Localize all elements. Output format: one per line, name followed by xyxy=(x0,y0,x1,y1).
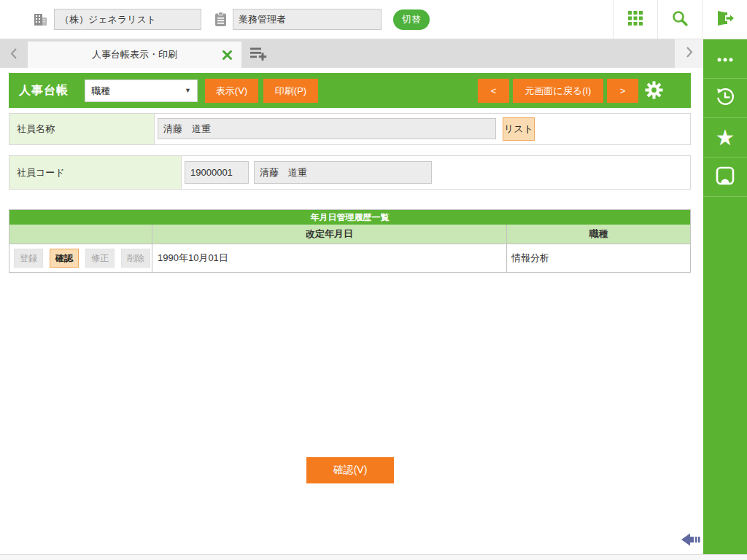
prev-record-button[interactable]: < xyxy=(478,79,509,103)
tab-scroll-left-icon[interactable] xyxy=(9,47,18,63)
back-to-screen-button[interactable]: 元画面に戻る(I) xyxy=(513,79,603,103)
manual-button[interactable] xyxy=(703,158,747,197)
list-button[interactable]: リスト xyxy=(503,117,535,141)
row-actions-cell: 登録 確認 修正 削除 xyxy=(9,244,152,272)
logout-icon xyxy=(716,9,735,30)
employee-code-input[interactable] xyxy=(185,161,249,184)
search-button[interactable] xyxy=(657,0,702,39)
company-icon xyxy=(34,12,48,30)
header-jobtype-column: 職種 xyxy=(506,225,690,244)
header-actions-column xyxy=(9,225,152,244)
confirm-button[interactable]: 確認(V) xyxy=(306,457,394,483)
jobtype-select[interactable]: 職種 ▼ xyxy=(85,79,198,102)
row-jobtype-cell: 情報分析 xyxy=(506,244,690,272)
switch-button[interactable]: 切替 xyxy=(393,9,430,30)
header-date-column: 改定年月日 xyxy=(152,225,506,244)
history-table: 年月日管理履歴一覧 改定年月日 職種 登録 確認 修正 削除 1990年10月0… xyxy=(9,209,691,273)
modify-button[interactable]: 修正 xyxy=(85,249,115,268)
tab-scroll-right-icon xyxy=(685,46,694,61)
app-window: 切替 xyxy=(0,0,747,560)
employee-name-label: 社員名称 xyxy=(9,114,155,144)
employee-name-row: 社員名称 リスト xyxy=(9,113,691,145)
logout-button[interactable] xyxy=(702,0,747,39)
bottom-scrollbar-track[interactable] xyxy=(0,554,747,560)
add-tab-icon[interactable] xyxy=(249,47,268,61)
print-button[interactable]: 印刷(P) xyxy=(263,79,318,103)
chevron-down-icon: ▼ xyxy=(185,80,191,101)
next-record-button[interactable]: > xyxy=(607,79,638,103)
delete-button[interactable]: 削除 xyxy=(121,249,150,268)
tab-title: 人事台帳表示・印刷 xyxy=(92,48,177,61)
favorites-button[interactable]: ★ xyxy=(703,118,747,158)
history-button[interactable] xyxy=(703,79,747,118)
ledger-toolbar: 人事台帳 職種 ▼ 表示(V) 印刷(P) < 元画面に戻る(I) > xyxy=(9,73,691,108)
apps-grid-icon xyxy=(627,10,643,29)
history-table-title: 年月日管理履歴一覧 xyxy=(9,210,690,225)
tab-personnel-ledger[interactable]: 人事台帳表示・印刷 xyxy=(28,42,241,68)
employee-code-label: 社員コード xyxy=(9,156,182,189)
more-menu-button[interactable] xyxy=(703,39,747,79)
employee-code-name-input[interactable] xyxy=(254,161,432,184)
register-button[interactable]: 登録 xyxy=(14,249,43,268)
right-sidebar: ★ xyxy=(703,39,747,554)
tab-bar: 人事台帳表示・印刷 xyxy=(0,39,703,68)
table-row: 登録 確認 修正 削除 1990年10月01日 情報分析 xyxy=(9,244,690,272)
search-icon xyxy=(671,9,689,30)
row-date-cell: 1990年10月01日 xyxy=(152,244,506,272)
role-icon xyxy=(214,12,227,30)
collapse-sidebar-arrow-icon[interactable] xyxy=(681,531,702,548)
settings-gear-icon[interactable] xyxy=(644,80,664,100)
tab-close-icon[interactable] xyxy=(222,50,233,61)
tab-scroll-right[interactable] xyxy=(675,39,703,68)
ledger-title: 人事台帳 xyxy=(19,73,69,108)
history-table-header: 改定年月日 職種 xyxy=(9,225,690,244)
role-input[interactable] xyxy=(233,9,382,30)
employee-name-input[interactable] xyxy=(158,118,496,139)
company-input[interactable] xyxy=(54,9,201,30)
top-bar: 切替 xyxy=(0,0,747,39)
ellipsis-icon xyxy=(715,52,735,66)
show-button[interactable]: 表示(V) xyxy=(205,79,258,103)
apps-menu-button[interactable] xyxy=(613,0,657,39)
jobtype-select-value: 職種 xyxy=(91,85,110,96)
star-icon: ★ xyxy=(716,127,735,149)
confirm-row-button[interactable]: 確認 xyxy=(50,249,79,268)
manual-box-icon xyxy=(715,166,735,189)
employee-code-row: 社員コード xyxy=(9,155,691,190)
history-icon xyxy=(714,86,736,111)
